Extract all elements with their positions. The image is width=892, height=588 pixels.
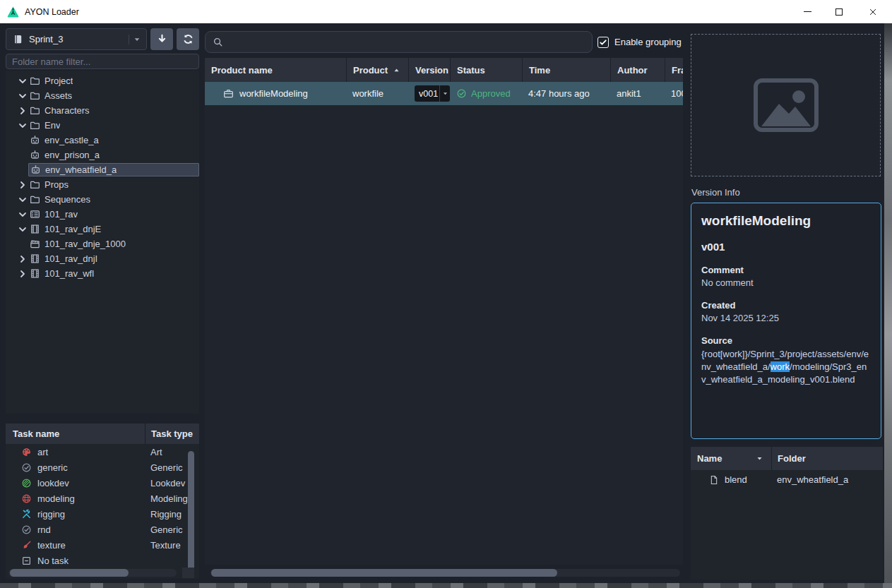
chevron-right-icon[interactable]: [17, 105, 28, 116]
minimize-icon: [804, 11, 811, 12]
folder-icon: [30, 76, 40, 86]
product-column-header[interactable]: Product: [346, 58, 408, 82]
check-circle-icon: [21, 462, 32, 473]
product-search-input[interactable]: [229, 36, 585, 48]
task-vertical-scrollbar[interactable]: [188, 451, 194, 572]
task-row-lookdev[interactable]: lookdev Lookdev: [6, 475, 199, 491]
representations-table: Name Folder blend env_wheatfield_a: [691, 447, 883, 580]
sort-descending-icon: [755, 454, 764, 463]
tree-item-characters[interactable]: Characters: [6, 103, 199, 118]
sequence-filmstrip-icon: [30, 268, 40, 279]
tree-item-assets[interactable]: Assets: [6, 88, 199, 103]
task-row-generic[interactable]: generic Generic: [6, 460, 199, 475]
close-icon: [868, 7, 878, 17]
version-info-label: Version Info: [691, 187, 740, 198]
chevron-down-icon[interactable]: [17, 90, 28, 102]
scrollbar-corner: [182, 568, 194, 578]
task-row-rigging[interactable]: rigging Rigging: [6, 506, 199, 522]
product-name-column-header[interactable]: Product name: [205, 58, 346, 82]
checkmark-icon: [599, 38, 607, 47]
frames-column-header[interactable]: Frames: [665, 58, 683, 82]
chevron-down-icon[interactable]: [17, 209, 28, 220]
tree-item-project[interactable]: Project: [6, 73, 199, 88]
tree-item-sequences[interactable]: Sequences: [6, 192, 199, 207]
version-dropdown[interactable]: v001: [415, 85, 450, 102]
desktop-edge-bottom: [0, 583, 892, 588]
source-selected-text: work: [771, 361, 790, 372]
task-row-modeling[interactable]: modeling Modeling: [6, 491, 199, 506]
author-column-header[interactable]: Author: [610, 58, 665, 82]
chevron-down-icon[interactable]: [17, 224, 28, 235]
maximize-button[interactable]: [825, 0, 853, 23]
folder-icon: [30, 194, 40, 205]
task-name-column-header[interactable]: Task name: [6, 428, 145, 439]
chevron-right-icon[interactable]: [17, 253, 28, 265]
tree-item-101-rav-wfl[interactable]: 101_rav_wfl: [6, 266, 199, 281]
task-row-rnd[interactable]: rnd Generic: [6, 522, 199, 537]
tree-item-101-rav[interactable]: 101_rav: [6, 207, 199, 222]
check-circle-icon: [21, 524, 32, 535]
folder-icon: [30, 105, 40, 116]
task-table-header: Task name Task type: [6, 424, 199, 444]
refresh-button[interactable]: [177, 28, 199, 50]
tree-item-101-rav-dnji[interactable]: 101_rav_dnjI: [6, 251, 199, 266]
paint-brush-icon: [21, 540, 32, 551]
chevron-down-icon[interactable]: [17, 120, 28, 131]
tree-item-101-rav-dnje-1000[interactable]: 101_rav_dnje_1000: [6, 236, 199, 251]
sequence-filmstrip-icon: [30, 224, 40, 234]
download-icon: [156, 33, 168, 45]
chevron-down-icon[interactable]: [17, 194, 28, 205]
task-row-no-task[interactable]: No task: [6, 553, 199, 568]
grouping-checkbox[interactable]: [597, 37, 609, 48]
close-button[interactable]: [857, 0, 888, 23]
palette-icon: [21, 447, 32, 457]
version-info-title: workfileModeling: [701, 213, 871, 229]
version-info-box: workfileModeling v001 Comment No comment…: [691, 203, 881, 439]
task-horizontal-scrollbar-thumb[interactable]: [10, 569, 129, 577]
task-type-column-header[interactable]: Task type: [145, 424, 199, 444]
tree-item-env-castle-a[interactable]: env_castle_a: [6, 133, 199, 148]
window-title: AYON Loader: [25, 7, 79, 17]
chevron-down-icon: [129, 35, 142, 44]
product-horizontal-scrollbar-thumb[interactable]: [211, 569, 557, 577]
chevron-down-icon[interactable]: [17, 76, 28, 87]
version-column-header[interactable]: Version: [408, 58, 450, 82]
tree-item-env-wheatfield-a[interactable]: env_wheatfield_a: [6, 162, 199, 177]
representation-row-blend[interactable]: blend env_wheatfield_a: [691, 470, 883, 489]
tree-item-props[interactable]: Props: [6, 177, 199, 192]
project-select-value: Sprint_3: [29, 34, 63, 44]
time-column-header[interactable]: Time: [522, 58, 610, 82]
representations-table-header: Name Folder: [691, 447, 883, 470]
name-column-header[interactable]: Name: [691, 447, 771, 470]
project-select[interactable]: Sprint_3: [6, 28, 147, 50]
maximize-icon: [835, 8, 843, 16]
task-row-texture[interactable]: texture Texture: [6, 537, 199, 553]
product-table: Product name Product Version Status Time…: [205, 58, 683, 565]
enable-grouping-control[interactable]: Enable grouping: [597, 31, 682, 53]
folder-filter-input[interactable]: [6, 54, 199, 69]
chevron-right-icon[interactable]: [17, 268, 28, 280]
image-placeholder-icon: [752, 77, 820, 133]
source-path: {root[work]}/Sprint_3/project/assets/env…: [701, 348, 871, 386]
product-horizontal-scrollbar-track[interactable]: [210, 569, 680, 577]
chevron-right-icon[interactable]: [17, 179, 28, 191]
task-horizontal-scrollbar-track[interactable]: [8, 569, 177, 577]
asset-robot-icon: [30, 150, 40, 160]
task-row-art[interactable]: art Art: [6, 444, 199, 460]
product-search-box[interactable]: [205, 31, 593, 53]
folder-icon: [30, 120, 40, 131]
sequence-filmstrip-icon: [30, 253, 40, 264]
thumbnail-placeholder: [691, 34, 881, 176]
comment-value: No comment: [701, 277, 871, 288]
status-column-header[interactable]: Status: [450, 58, 522, 82]
check-circle-icon: [456, 88, 467, 99]
refresh-icon: [182, 33, 194, 45]
minimize-button[interactable]: [793, 0, 821, 23]
folder-column-header[interactable]: Folder: [771, 447, 883, 470]
search-icon: [213, 37, 223, 47]
product-row-workfileModeling[interactable]: workfileModeling workfile v001 Approved …: [205, 82, 683, 105]
tree-item-env-prison-a[interactable]: env_prison_a: [6, 148, 199, 162]
download-button[interactable]: [150, 28, 173, 50]
tree-item-env[interactable]: Env: [6, 118, 199, 133]
tree-item-101-rav-dnje[interactable]: 101_rav_dnjE: [6, 222, 199, 236]
